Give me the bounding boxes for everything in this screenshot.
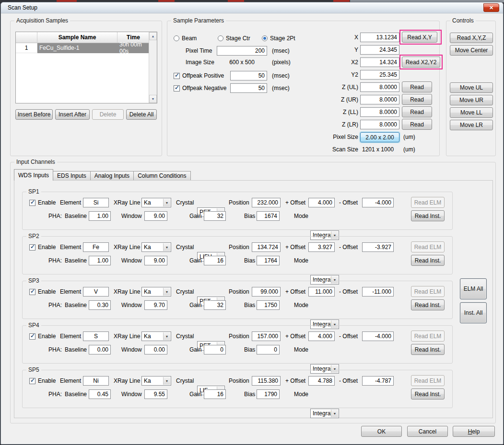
- baseline-input[interactable]: 1.00: [89, 256, 111, 265]
- window-input[interactable]: 9.00: [144, 256, 167, 265]
- xray-line-select[interactable]: Ka ▼: [141, 198, 171, 207]
- position-input[interactable]: 134.724: [252, 242, 281, 252]
- read-inst-button[interactable]: Read Inst.: [411, 344, 445, 355]
- read-inst-button[interactable]: Read Inst.: [411, 388, 445, 399]
- pixel-size-button[interactable]: 2.00 x 2.00: [360, 132, 399, 142]
- stage-2pt-radio[interactable]: Stage 2Pt: [262, 35, 295, 42]
- elm-all-button[interactable]: ELM All: [460, 278, 487, 299]
- read-xyz-button[interactable]: Read X,Y,Z: [450, 33, 493, 43]
- beam-radio[interactable]: Beam: [174, 35, 197, 42]
- window-input[interactable]: 9.55: [144, 389, 167, 399]
- move-ll-button[interactable]: Move LL: [450, 107, 493, 118]
- window-input[interactable]: 9.00: [144, 211, 167, 221]
- offpeak-negative-input[interactable]: 50: [230, 83, 267, 93]
- table-row[interactable]: 1 FeCu_Sulfide-1 30h 00m 00s: [16, 43, 157, 53]
- column-header-row-num[interactable]: [16, 32, 37, 43]
- enable-checkbox[interactable]: ✓ Enable: [29, 242, 56, 252]
- move-center-button[interactable]: Move Center: [450, 45, 493, 56]
- enable-checkbox[interactable]: ✓ Enable: [29, 198, 56, 207]
- title-bar[interactable]: Scan Setup: [1, 2, 503, 13]
- bias-input[interactable]: 1764: [257, 256, 280, 265]
- read-inst-button[interactable]: Read Inst.: [411, 299, 445, 310]
- element-input[interactable]: Ni: [83, 376, 109, 386]
- position-input[interactable]: 99.000: [252, 287, 281, 297]
- minus-offset-input[interactable]: -4.000: [362, 198, 394, 207]
- pixel-time-input[interactable]: 200: [217, 46, 267, 56]
- element-input[interactable]: S: [83, 331, 109, 341]
- minus-offset-input[interactable]: -4.787: [362, 376, 394, 386]
- move-ur-button[interactable]: Move UR: [450, 95, 493, 105]
- insert-before-button[interactable]: Insert Before: [15, 109, 53, 120]
- tab-column-conditions[interactable]: Column Conditions: [133, 171, 190, 181]
- delete-all-button[interactable]: Delete All: [126, 109, 157, 120]
- offpeak-negative-checkbox[interactable]: ✓ Offpeak Negative: [174, 83, 227, 93]
- bias-input[interactable]: 1750: [257, 300, 280, 310]
- position-input[interactable]: 115.380: [252, 376, 281, 386]
- column-header-sample-name[interactable]: Sample Name: [37, 32, 117, 43]
- position-input[interactable]: 232.000: [252, 198, 281, 207]
- gain-input[interactable]: 32: [204, 211, 226, 221]
- x-input[interactable]: 13.1234: [360, 33, 399, 42]
- stage-ctr-radio[interactable]: Stage Ctr: [218, 35, 250, 42]
- offpeak-positive-checkbox[interactable]: ✓ Offpeak Positive: [174, 71, 224, 80]
- read-inst-button[interactable]: Read Inst.: [411, 210, 445, 221]
- tab-wds-inputs[interactable]: WDS Inputs: [14, 169, 53, 181]
- move-lr-button[interactable]: Move LR: [450, 120, 493, 130]
- tab-eds-inputs[interactable]: EDS Inputs: [53, 171, 91, 181]
- baseline-input[interactable]: 0.00: [89, 345, 111, 354]
- read-z-ur-button[interactable]: Read: [402, 94, 432, 105]
- z-ul-input[interactable]: 8.0000: [360, 82, 399, 92]
- plus-offset-input[interactable]: 4.000: [308, 331, 335, 341]
- z-ll-input[interactable]: 8.0000: [360, 107, 399, 117]
- baseline-input[interactable]: 0.30: [89, 300, 111, 310]
- enable-checkbox[interactable]: ✓ Enable: [29, 287, 56, 297]
- minus-offset-input[interactable]: -11.000: [362, 287, 394, 297]
- window-input[interactable]: 0.00: [144, 345, 167, 354]
- help-button[interactable]: Help: [453, 426, 495, 437]
- baseline-input[interactable]: 1.00: [89, 211, 111, 221]
- move-ul-button[interactable]: Move UL: [450, 82, 493, 93]
- plus-offset-input[interactable]: 11.000: [308, 287, 335, 297]
- inst-all-button[interactable]: Inst. All: [460, 302, 487, 323]
- x2-input[interactable]: 14.324: [360, 57, 399, 67]
- minus-offset-input[interactable]: -3.927: [362, 242, 394, 252]
- baseline-input[interactable]: 0.45: [89, 389, 111, 399]
- xray-line-select[interactable]: Ka ▼: [141, 376, 171, 386]
- y-input[interactable]: 24.345: [360, 45, 399, 55]
- offpeak-positive-input[interactable]: 50: [230, 71, 267, 80]
- bias-input[interactable]: 0: [257, 345, 280, 354]
- element-input[interactable]: V: [83, 287, 109, 297]
- enable-checkbox[interactable]: ✓ Enable: [29, 331, 56, 341]
- plus-offset-input[interactable]: 4.788: [308, 376, 335, 386]
- gain-input[interactable]: 16: [204, 389, 226, 399]
- gain-input[interactable]: 0: [204, 345, 226, 354]
- read-xy-button[interactable]: Read X,Y: [402, 32, 437, 43]
- plus-offset-input[interactable]: 3.927: [308, 242, 335, 252]
- read-z-lr-button[interactable]: Read: [402, 119, 432, 130]
- mode-select[interactable]: Integral ▼: [310, 409, 339, 418]
- scroll-down-button[interactable]: ▼: [149, 95, 157, 103]
- xray-line-select[interactable]: Ka ▼: [141, 242, 171, 252]
- read-inst-button[interactable]: Read Inst.: [411, 255, 445, 266]
- element-input[interactable]: Fe: [83, 242, 109, 252]
- close-button[interactable]: ✕: [483, 3, 499, 12]
- plus-offset-input[interactable]: 4.000: [308, 198, 335, 207]
- tab-analog-inputs[interactable]: Analog Inputs: [90, 171, 134, 181]
- bias-input[interactable]: 1674: [257, 211, 280, 221]
- ok-button[interactable]: OK: [361, 426, 402, 437]
- z-ur-input[interactable]: 8.0000: [360, 95, 399, 104]
- gain-input[interactable]: 16: [204, 256, 226, 265]
- position-input[interactable]: 157.000: [252, 331, 281, 341]
- minus-offset-input[interactable]: -4.000: [362, 331, 394, 341]
- y2-input[interactable]: 25.345: [360, 70, 399, 80]
- cancel-button[interactable]: Cancel: [407, 426, 448, 437]
- read-z-ll-button[interactable]: Read: [402, 106, 432, 117]
- xray-line-select[interactable]: Ka ▼: [141, 287, 171, 297]
- element-input[interactable]: Si: [83, 198, 109, 207]
- gain-input[interactable]: 32: [204, 300, 226, 310]
- bias-input[interactable]: 1790: [257, 389, 280, 399]
- read-x2y2-button[interactable]: Read X2,Y2: [402, 57, 440, 68]
- read-z-ul-button[interactable]: Read: [402, 81, 432, 92]
- enable-checkbox[interactable]: ✓ Enable: [29, 376, 56, 386]
- xray-line-select[interactable]: Ka ▼: [141, 331, 171, 341]
